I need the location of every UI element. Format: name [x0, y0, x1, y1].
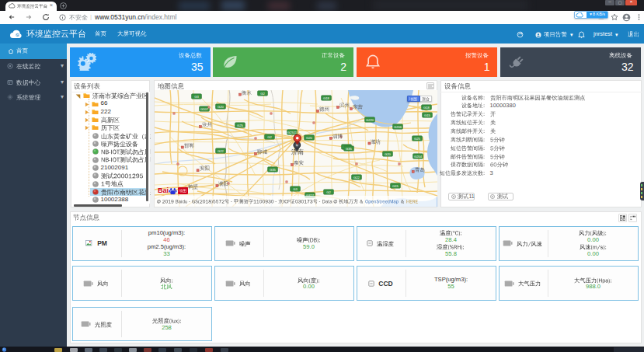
svg-text:G18: G18 — [323, 96, 330, 100]
svg-text:G204: G204 — [413, 155, 422, 159]
svg-text:G2511: G2511 — [287, 131, 297, 134]
svg-text:G220: G220 — [365, 118, 374, 122]
svg-text:G20: G20 — [218, 105, 225, 109]
svg-text:G20: G20 — [385, 152, 392, 156]
svg-text:G2: G2 — [267, 135, 272, 139]
svg-text:G15: G15 — [392, 184, 399, 188]
svg-text:G25: G25 — [237, 124, 244, 127]
svg-text:G18: G18 — [423, 106, 430, 110]
svg-text:G206: G206 — [393, 125, 402, 129]
svg-text:G20: G20 — [306, 136, 313, 140]
svg-text:G2: G2 — [260, 92, 265, 96]
svg-text:G22: G22 — [353, 176, 360, 179]
svg-text:G15: G15 — [424, 113, 431, 117]
svg-text:G22: G22 — [218, 149, 225, 153]
svg-text:G35: G35 — [270, 168, 277, 172]
svg-text:G2: G2 — [326, 190, 331, 194]
svg-text:G107: G107 — [200, 107, 208, 111]
svg-text:G3: G3 — [293, 187, 298, 191]
svg-text:G25: G25 — [414, 137, 421, 141]
svg-text:G3: G3 — [194, 95, 199, 99]
svg-text:G35: G35 — [346, 147, 353, 151]
